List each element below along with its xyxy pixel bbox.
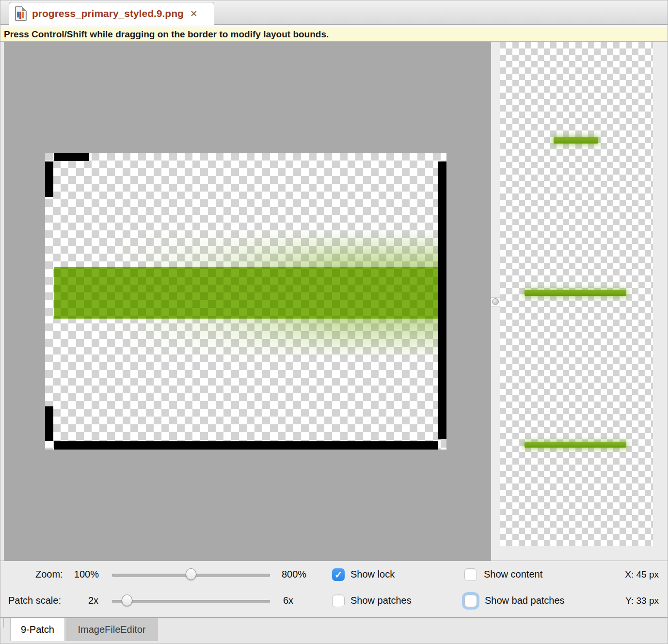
controls-panel: Zoom: 100% 800% Patch scale: 2x 6x ✓ Sho… (0, 561, 668, 617)
zoom-label: Zoom: (35, 569, 63, 580)
patch-scale-slider-thumb[interactable] (122, 595, 132, 606)
left-gutter (0, 42, 4, 561)
show-bad-patches-checkbox[interactable] (464, 595, 477, 607)
padding-marker-bottom[interactable] (54, 441, 438, 450)
preview-bar-large (525, 442, 626, 448)
preview-bar-small (554, 137, 598, 144)
tab-title: progress_primary_styled.9.png (32, 8, 184, 19)
notice-text: Press Control/Shift while dragging on th… (4, 29, 329, 40)
splitter-handle[interactable] (492, 298, 499, 305)
progress-green-bar (54, 267, 438, 319)
show-content-label: Show content (484, 569, 542, 580)
tab-9patch[interactable]: 9-Patch (10, 618, 65, 641)
pencil-glyphs (17, 12, 24, 19)
patch-marker-left-upper[interactable] (45, 161, 53, 197)
patch-scale-label: Patch scale: (8, 595, 61, 606)
show-lock-label: Show lock (350, 569, 395, 580)
statusbar-gutter (0, 618, 4, 628)
zoom-slider-thumb[interactable] (186, 568, 196, 580)
editor-tab[interactable]: progress_primary_styled.9.png × (9, 2, 214, 25)
patch-scale-max-label: 6x (283, 595, 293, 606)
green-glow-bottom (113, 319, 438, 358)
patch-marker-top[interactable] (54, 153, 89, 161)
zoom-value: 100% (74, 569, 99, 580)
ninepatch-image[interactable] (45, 153, 446, 450)
show-bad-patches-label: Show bad patches (485, 595, 565, 606)
patch-scale-slider-track[interactable] (112, 600, 270, 603)
show-content-checkbox[interactable] (464, 568, 477, 581)
patch-scale-min: 2x (88, 595, 98, 606)
editor-mode-tabbar: 9-Patch ImageFileEditor (0, 617, 668, 644)
pane-splitter[interactable] (491, 42, 500, 561)
show-patches-label: Show patches (350, 595, 412, 606)
patch-marker-left-lower[interactable] (45, 406, 53, 441)
main-area (0, 42, 668, 561)
show-lock-checkbox[interactable]: ✓ (332, 568, 345, 581)
ninepatch-editor-window: progress_primary_styled.9.png × Press Co… (0, 0, 668, 644)
image-file-icon (15, 6, 27, 21)
check-icon: ✓ (334, 569, 342, 580)
green-glow-top (113, 229, 438, 267)
preview-pane (500, 42, 668, 561)
show-patches-checkbox[interactable] (332, 595, 345, 607)
editor-tab-bar: progress_primary_styled.9.png × (0, 0, 668, 25)
preview-bar-medium (525, 290, 626, 296)
tab-imagefileeditor[interactable]: ImageFileEditor (65, 618, 158, 641)
zoom-max-label: 800% (282, 569, 306, 580)
notice-bar: Press Control/Shift while dragging on th… (0, 27, 668, 42)
preview-checkerboard (500, 42, 653, 546)
cursor-y-coordinate: Y: 33 px (625, 596, 659, 606)
cursor-x-coordinate: X: 45 px (625, 569, 659, 580)
padding-marker-right[interactable] (438, 161, 446, 439)
editor-canvas[interactable] (4, 42, 491, 561)
close-icon[interactable]: × (191, 8, 197, 19)
